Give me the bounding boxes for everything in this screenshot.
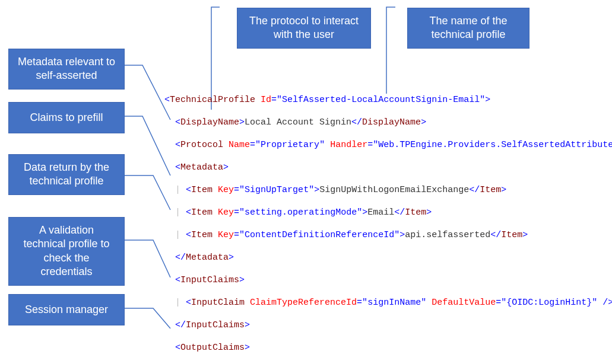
item-key: ContentDefinitionReferenceId	[245, 230, 394, 240]
xml-line: <OutputClaims>	[164, 342, 612, 353]
item-key: setting.operatingMode	[245, 207, 357, 218]
inputclaim-ref: signInName	[367, 298, 421, 308]
xml-line: <Protocol Name="Proprietary" Handler="We…	[164, 139, 612, 151]
item-val: api.selfasserted	[405, 230, 490, 240]
xml-line: <TechnicalProfile Id="SelfAsserted-Local…	[164, 94, 612, 106]
inputclaim-default: {OIDC:LoginHint}	[506, 298, 592, 308]
xml-line: <Metadata>	[164, 162, 612, 173]
xml-code-block: <TechnicalProfile Id="SelfAsserted-Local…	[164, 83, 612, 364]
item-val: SignUpWithLogonEmailExchange	[319, 185, 469, 195]
xml-line: | <Item Key="SignUpTarget">SignUpWithLog…	[164, 184, 612, 196]
protocol-name: Proprietary	[261, 140, 319, 150]
xml-line: </InputClaims>	[164, 320, 612, 331]
xml-line: | <Item Key="setting.operatingMode">Emai…	[164, 207, 612, 218]
xml-line: </Metadata>	[164, 252, 612, 263]
item-key: SignUpTarget	[245, 185, 309, 195]
protocol-handler: Web.TPEngine.Providers.SelfAssertedAttri…	[378, 140, 612, 150]
display-name: Local Account Signin	[245, 117, 351, 127]
xml-line: | <InputClaim ClaimTypeReferenceId="sign…	[164, 297, 612, 308]
item-val: Email	[367, 207, 394, 218]
xml-line: <InputClaims>	[164, 274, 612, 286]
xml-line: | <Item Key="ContentDefinitionReferenceI…	[164, 229, 612, 241]
xml-line: <DisplayName>Local Account Signin</Displ…	[164, 117, 612, 128]
tp-id: SelfAsserted-LocalAccountSignin-Email	[282, 95, 480, 105]
